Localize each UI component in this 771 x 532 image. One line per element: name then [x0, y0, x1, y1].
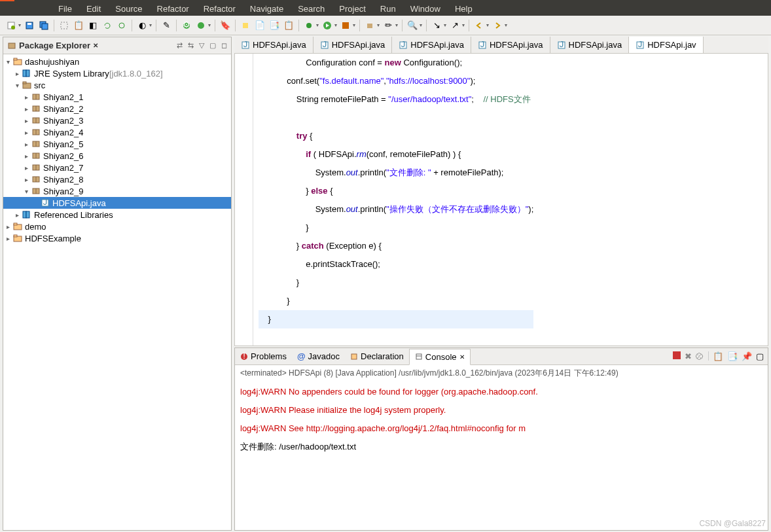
menu-source[interactable]: Source	[109, 3, 148, 15]
menu-refactor[interactable]: Refactor	[151, 3, 195, 15]
debug2-icon[interactable]	[195, 20, 207, 31]
menu-refactor[interactable]: Refactor	[198, 3, 242, 15]
menu-edit[interactable]: Edit	[81, 3, 107, 15]
sync-icon[interactable]	[116, 20, 128, 31]
svg-text:⚙: ⚙	[183, 20, 190, 29]
minimize-view-icon[interactable]: ▢	[209, 41, 216, 50]
svg-rect-7	[42, 24, 48, 29]
project-tree[interactable]: ▾dashujushiyan▸JRE System Library [jdk1.…	[3, 54, 231, 530]
menu-search[interactable]: Search	[292, 3, 331, 15]
new-icon[interactable]	[5, 20, 17, 31]
tree-node-jre-system-library[interactable]: ▸JRE System Library [jdk1.8.0_162]	[3, 67, 231, 79]
link-editor-icon[interactable]: ⇆	[188, 41, 194, 50]
svg-text:!: !	[243, 351, 245, 361]
tree-node-shiyan2_6[interactable]: ▸Shiyan2_6	[3, 150, 231, 162]
console-status: <terminated> HDFSApi (8) [Java Applicati…	[235, 365, 768, 381]
tree-node-shiyan2_3[interactable]: ▸Shiyan2_3	[3, 115, 231, 126]
run-icon[interactable]	[321, 20, 333, 31]
remove-all-icon[interactable]: ⛒	[696, 351, 704, 361]
svg-rect-45	[23, 211, 26, 218]
search-icon[interactable]: 🔍	[406, 20, 418, 31]
svg-rect-21	[23, 70, 26, 77]
bottom-tab-declaration[interactable]: Declaration	[345, 348, 409, 364]
collapse-icon[interactable]: ⇄	[177, 41, 183, 50]
code-editor[interactable]: Configuration conf = new Configuration()…	[234, 54, 768, 346]
back-icon[interactable]	[473, 20, 485, 31]
new-pkg-icon[interactable]	[364, 20, 376, 31]
tree-node-shiyan2_5[interactable]: ▸Shiyan2_5	[3, 138, 231, 150]
clear-icon[interactable]: 📋	[713, 351, 723, 361]
package-icon	[7, 41, 16, 50]
bug-icon[interactable]	[303, 20, 315, 31]
menu-file[interactable]: File	[52, 3, 78, 15]
save-icon[interactable]	[24, 20, 35, 31]
java-file-icon: J	[399, 41, 408, 49]
menu-run[interactable]: Run	[374, 3, 402, 15]
prev-ann-icon[interactable]: ↗	[449, 20, 461, 31]
bottom-tab-javadoc[interactable]: @Javadoc	[292, 348, 345, 364]
save-all-icon[interactable]	[38, 20, 50, 31]
menu-window[interactable]: Window	[404, 3, 446, 15]
tree-node-shiyan2_7[interactable]: ▸Shiyan2_7	[3, 162, 231, 173]
svg-point-14	[306, 23, 312, 28]
pin-icon[interactable]: 📌	[742, 351, 752, 361]
svg-rect-13	[243, 23, 248, 28]
tree-node-shiyan2_2[interactable]: ▸Shiyan2_2	[3, 103, 231, 115]
menu-help[interactable]: Help	[449, 3, 478, 15]
svg-point-9	[119, 23, 124, 28]
menubar: FileEditSourceRefactorRefactorNavigateSe…	[0, 1, 771, 16]
svg-rect-46	[26, 211, 29, 218]
svg-rect-22	[26, 70, 29, 77]
display-icon[interactable]: ▢	[756, 351, 764, 361]
terminate-icon[interactable]	[673, 351, 681, 361]
highlight-icon[interactable]	[240, 20, 251, 31]
toggle-icon[interactable]: ◧	[87, 20, 99, 31]
menu-navigate[interactable]: Navigate	[244, 3, 289, 15]
coverage-icon[interactable]	[340, 20, 351, 31]
editor-tab-1[interactable]: JHDFSApi.java	[314, 37, 393, 53]
perspective-icon[interactable]: ◐	[136, 20, 148, 31]
mark3-icon[interactable]: 📋	[283, 20, 295, 31]
tree-node-dashujushiyan[interactable]: ▾dashujushiyan	[3, 56, 231, 67]
console-output[interactable]: log4j:WARN No appenders could be found f…	[235, 381, 768, 530]
menu-project[interactable]: Project	[333, 3, 371, 15]
editor-tab-5[interactable]: JHDFSApi.jav	[629, 37, 703, 54]
tree-node-hdfsapi-java[interactable]: JHDFSApi.java	[3, 197, 231, 209]
svg-text:J: J	[401, 39, 406, 49]
mark-icon[interactable]: 📄	[254, 20, 266, 31]
tree-node-hdfsexample[interactable]: ▸HDFSExample	[3, 232, 231, 244]
bottom-tab-problems[interactable]: !Problems	[235, 348, 292, 364]
svg-rect-24	[23, 82, 26, 84]
maximize-view-icon[interactable]: ◻	[221, 41, 227, 50]
link-icon[interactable]	[58, 20, 70, 31]
tag-icon[interactable]: 🔖	[219, 20, 231, 31]
tree-node-demo[interactable]: ▸demo	[3, 221, 231, 232]
editor-tab-0[interactable]: JHDFSApi.java	[234, 37, 314, 53]
next-ann-icon[interactable]: ↘	[431, 20, 442, 31]
tree-node-src[interactable]: ▾src	[3, 79, 231, 91]
new-class-icon[interactable]: ✏	[382, 20, 394, 31]
editor-tab-2[interactable]: JHDFSApi.java	[392, 37, 471, 53]
mark2-icon[interactable]: 📑	[268, 20, 280, 31]
svg-rect-50	[14, 235, 17, 237]
tree-node-shiyan2_1[interactable]: ▸Shiyan2_1	[3, 91, 231, 103]
tree-node-referenced-libraries[interactable]: ▸Referenced Libraries	[3, 209, 231, 221]
main-toolbar: ▾ 📋 ◧ ◐▾ ✎ ⚙ ▾ 🔖 📄 📑 📋 ▾ ▾ ▾ ▾ ✏▾ 🔍▾ ↘▾ …	[0, 16, 771, 35]
remove-icon[interactable]: ✖	[685, 351, 692, 361]
tree-node-shiyan2_9[interactable]: ▾Shiyan2_9	[3, 185, 231, 197]
wand-icon[interactable]: ✎	[160, 20, 172, 31]
editor-tab-3[interactable]: JHDFSApi.java	[471, 37, 550, 53]
build-icon[interactable]: 📋	[73, 20, 84, 31]
java-file-icon: J	[478, 41, 487, 49]
bottom-tab-console[interactable]: Console ✕	[409, 349, 471, 365]
tree-node-shiyan2_4[interactable]: ▸Shiyan2_4	[3, 126, 231, 138]
view-menu-icon[interactable]: ▽	[199, 41, 204, 50]
tree-node-shiyan2_8[interactable]: ▸Shiyan2_8	[3, 173, 231, 185]
editor-tab-4[interactable]: JHDFSApi.java	[550, 37, 630, 53]
java-file-icon: J	[320, 41, 329, 49]
debug-icon[interactable]: ⚙	[181, 20, 192, 31]
refresh-icon[interactable]	[101, 20, 113, 31]
forward-icon[interactable]	[492, 20, 503, 31]
scroll-lock-icon[interactable]: 📑	[727, 351, 738, 361]
svg-rect-20	[14, 58, 17, 60]
